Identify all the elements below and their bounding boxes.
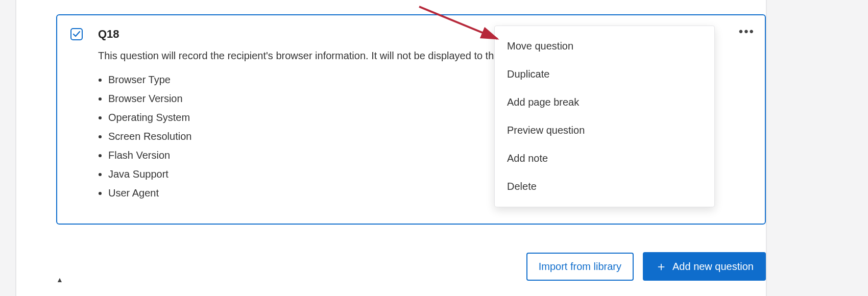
footer-actions: ▲ Import from library ＋ Add new question (56, 252, 766, 281)
plus-icon: ＋ (655, 260, 667, 273)
ellipsis-icon: ••• (739, 24, 755, 38)
menu-add-note[interactable]: Add note (495, 144, 714, 172)
menu-move-question[interactable]: Move question (495, 32, 714, 60)
add-new-question-button[interactable]: ＋ Add new question (643, 252, 766, 281)
check-icon (73, 30, 81, 38)
button-label: Add new question (672, 261, 754, 273)
caret-up-icon: ▲ (56, 276, 63, 284)
annotation-arrow-icon (417, 4, 509, 45)
question-checkbox[interactable] (70, 28, 83, 40)
question-options-menu: Move question Duplicate Add page break P… (494, 26, 715, 207)
survey-panel: Q18 This question will record the recipi… (15, 0, 767, 296)
menu-preview-question[interactable]: Preview question (495, 116, 714, 144)
menu-add-page-break[interactable]: Add page break (495, 88, 714, 116)
svg-line-0 (419, 7, 497, 39)
import-from-library-button[interactable]: Import from library (526, 253, 634, 281)
collapse-toggle[interactable]: ▲ (56, 276, 63, 284)
more-options-button[interactable]: ••• (739, 24, 755, 39)
question-id: Q18 (98, 28, 119, 41)
menu-delete[interactable]: Delete (495, 172, 714, 201)
button-label: Import from library (539, 261, 621, 273)
menu-duplicate[interactable]: Duplicate (495, 60, 714, 88)
